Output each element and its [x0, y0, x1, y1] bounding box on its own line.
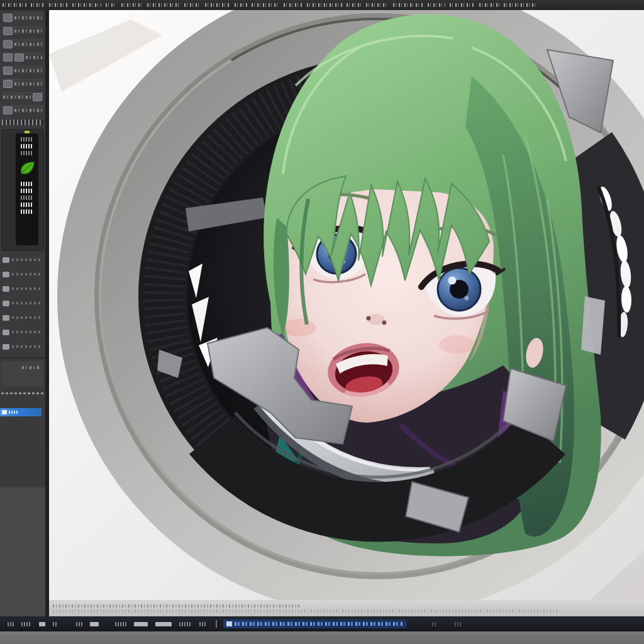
window-icon — [226, 621, 232, 626]
sidebar-empty-panel — [0, 487, 45, 616]
divider — [0, 357, 45, 358]
taskbar-icon[interactable] — [115, 622, 126, 626]
sidebar-subpanel — [2, 361, 43, 386]
tool-icon — [3, 53, 13, 62]
menu-item[interactable] — [205, 3, 230, 7]
tool-button-row[interactable] — [2, 26, 43, 36]
menu-item[interactable] — [147, 3, 180, 7]
ruler-ticks — [2, 119, 43, 125]
menu-item[interactable] — [347, 3, 362, 7]
sidebar-selected-item[interactable] — [0, 408, 42, 416]
status-strip — [49, 600, 644, 616]
taskbar-icon[interactable] — [53, 622, 57, 626]
taskbar-active-item[interactable] — [223, 619, 407, 628]
tool-icon — [3, 67, 13, 75]
taskbar-icon[interactable] — [134, 622, 148, 626]
menu-item[interactable] — [284, 3, 303, 7]
bottom-strip — [0, 631, 644, 644]
menu-item[interactable] — [235, 3, 247, 7]
taskbar-icon[interactable] — [8, 622, 14, 626]
screen — [0, 0, 644, 644]
tool-icon — [3, 80, 13, 88]
item-icon — [3, 330, 9, 335]
menu-item[interactable] — [31, 3, 45, 7]
menu-item[interactable] — [393, 3, 423, 7]
tool-button-row[interactable] — [2, 105, 43, 116]
tool-button-row[interactable] — [2, 65, 43, 76]
item-icon — [3, 286, 9, 292]
menu-bar[interactable] — [0, 0, 644, 10]
menu-item[interactable] — [366, 3, 389, 7]
tool-icon — [3, 106, 13, 114]
item-icon — [3, 257, 9, 263]
sidebar-list-item[interactable] — [3, 297, 43, 309]
tool-button-row[interactable] — [2, 13, 43, 23]
leaf-icon — [18, 159, 36, 178]
item-icon — [3, 315, 9, 321]
taskbar-separator — [216, 620, 217, 628]
taskbar-icon[interactable] — [432, 622, 436, 626]
tool-button-row[interactable] — [2, 52, 43, 63]
taskbar-icon[interactable] — [21, 622, 31, 626]
menu-item[interactable] — [428, 3, 445, 7]
menu-item[interactable] — [307, 3, 342, 7]
menu-item[interactable] — [3, 3, 26, 7]
item-icon — [2, 410, 7, 414]
tool-icon — [3, 27, 13, 35]
plugin-panel[interactable] — [1, 129, 44, 251]
item-icon — [3, 344, 9, 350]
divider-dashed — [1, 392, 44, 394]
tool-sidebar — [0, 10, 49, 616]
tool-button-row[interactable] — [2, 39, 43, 50]
sidebar-list-item[interactable] — [3, 312, 43, 323]
tool-icon — [3, 14, 13, 22]
item-icon — [3, 301, 9, 306]
taskbar-icon[interactable] — [76, 622, 82, 626]
taskbar-icon[interactable] — [155, 622, 172, 626]
tool-icon — [14, 53, 24, 62]
sidebar-list-item[interactable] — [3, 269, 43, 280]
taskbar — [0, 616, 644, 631]
menu-item[interactable] — [479, 3, 499, 7]
taskbar-icon[interactable] — [199, 622, 207, 626]
tool-button-row[interactable] — [2, 92, 43, 103]
menu-item[interactable] — [121, 3, 143, 7]
taskbar-icon[interactable] — [179, 622, 192, 626]
sidebar-list-item[interactable] — [3, 254, 43, 265]
menu-item[interactable] — [72, 3, 101, 7]
status-line — [53, 604, 299, 608]
tool-icon — [3, 40, 13, 48]
menu-item[interactable] — [184, 3, 201, 7]
washer-photo — [49, 10, 644, 600]
tool-button-row[interactable] — [2, 79, 43, 89]
menu-item[interactable] — [504, 3, 535, 7]
document-canvas[interactable] — [49, 10, 644, 600]
taskbar-icon[interactable] — [90, 622, 99, 626]
menu-item[interactable] — [49, 3, 68, 7]
menu-item[interactable] — [252, 3, 279, 7]
item-icon — [3, 272, 9, 277]
taskbar-icon[interactable] — [455, 622, 461, 626]
menu-item[interactable] — [106, 3, 117, 7]
tool-icon — [33, 93, 42, 101]
sidebar-list-item[interactable] — [3, 326, 43, 338]
sidebar-list-item[interactable] — [3, 283, 43, 294]
sidebar-list-item[interactable] — [3, 341, 43, 352]
status-line — [53, 609, 558, 613]
taskbar-icon[interactable] — [39, 622, 45, 626]
plugin-vertical-strip[interactable] — [16, 133, 38, 245]
menu-item[interactable] — [450, 3, 475, 7]
